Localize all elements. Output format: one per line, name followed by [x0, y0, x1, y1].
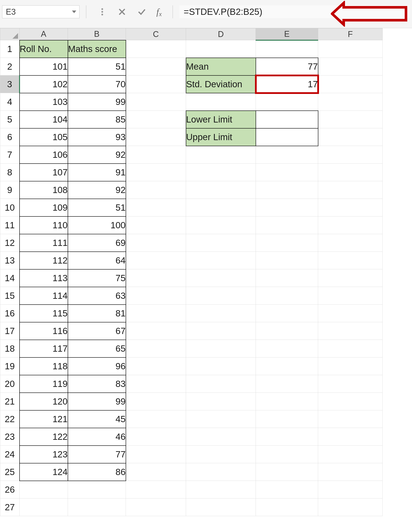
- cell-D25[interactable]: [186, 463, 256, 481]
- cell-C13[interactable]: [126, 252, 186, 269]
- cell-A23[interactable]: 122: [19, 428, 68, 446]
- cell-E9[interactable]: [256, 181, 318, 199]
- row-header-16[interactable]: 16: [0, 304, 19, 322]
- cell-F12[interactable]: [318, 234, 383, 252]
- row-header-4[interactable]: 4: [0, 93, 19, 111]
- cell-E3[interactable]: 17: [256, 76, 318, 93]
- cell-F23[interactable]: [318, 428, 383, 446]
- cell-A22[interactable]: 121: [19, 410, 68, 428]
- row-header-12[interactable]: 12: [0, 234, 19, 252]
- row-header-2[interactable]: 2: [0, 58, 19, 76]
- row-header-19[interactable]: 19: [0, 357, 19, 375]
- cell-F16[interactable]: [318, 304, 383, 322]
- cell-A9[interactable]: 108: [19, 181, 68, 199]
- fx-icon[interactable]: fx: [156, 7, 162, 17]
- cell-A10[interactable]: 109: [19, 199, 68, 217]
- cell-D20[interactable]: [186, 375, 256, 393]
- cell-D2[interactable]: Mean: [186, 58, 256, 76]
- row-header-11[interactable]: 11: [0, 217, 19, 234]
- cell-F5[interactable]: [318, 111, 383, 128]
- cell-E7[interactable]: [256, 146, 318, 164]
- row-header-6[interactable]: 6: [0, 128, 19, 146]
- cell-F7[interactable]: [318, 146, 383, 164]
- cell-A13[interactable]: 112: [19, 252, 68, 269]
- cell-B17[interactable]: 67: [68, 322, 126, 340]
- cell-D10[interactable]: [186, 199, 256, 217]
- cell-E6[interactable]: [256, 128, 318, 146]
- row-header-21[interactable]: 21: [0, 393, 19, 410]
- cell-A25[interactable]: 124: [19, 463, 68, 481]
- cell-A6[interactable]: 105: [19, 128, 68, 146]
- cell-E1[interactable]: [256, 40, 318, 58]
- cell-B24[interactable]: 77: [68, 446, 126, 463]
- cell-C4[interactable]: [126, 93, 186, 111]
- cell-D18[interactable]: [186, 340, 256, 357]
- formula-input[interactable]: =STDEV.P(B2:B25): [179, 5, 410, 18]
- cell-C16[interactable]: [126, 304, 186, 322]
- cell-F20[interactable]: [318, 375, 383, 393]
- cell-C20[interactable]: [126, 375, 186, 393]
- row-header-24[interactable]: 24: [0, 446, 19, 463]
- cell-B12[interactable]: 69: [68, 234, 126, 252]
- cell-B2[interactable]: 51: [68, 58, 126, 76]
- row-header-15[interactable]: 15: [0, 287, 19, 304]
- cell-A2[interactable]: 101: [19, 58, 68, 76]
- cell-A18[interactable]: 117: [19, 340, 68, 357]
- cell-E11[interactable]: [256, 217, 318, 234]
- cell-D26[interactable]: [186, 481, 256, 498]
- cell-C5[interactable]: [126, 111, 186, 128]
- cell-E16[interactable]: [256, 304, 318, 322]
- cell-D21[interactable]: [186, 393, 256, 410]
- cell-E5[interactable]: [256, 111, 318, 128]
- row-header-1[interactable]: 1: [0, 40, 19, 58]
- col-header-D[interactable]: D: [186, 28, 256, 40]
- cell-A14[interactable]: 113: [19, 269, 68, 287]
- cell-C7[interactable]: [126, 146, 186, 164]
- row-header-23[interactable]: 23: [0, 428, 19, 446]
- cell-C6[interactable]: [126, 128, 186, 146]
- col-header-F[interactable]: F: [318, 28, 383, 40]
- cell-C22[interactable]: [126, 410, 186, 428]
- col-header-C[interactable]: C: [126, 28, 186, 40]
- cell-C19[interactable]: [126, 357, 186, 375]
- cell-A19[interactable]: 118: [19, 357, 68, 375]
- cell-E23[interactable]: [256, 428, 318, 446]
- cell-F24[interactable]: [318, 446, 383, 463]
- cell-E17[interactable]: [256, 322, 318, 340]
- cell-F3[interactable]: [318, 76, 383, 93]
- row-header-17[interactable]: 17: [0, 322, 19, 340]
- row-header-13[interactable]: 13: [0, 252, 19, 269]
- cell-A27[interactable]: [19, 498, 68, 516]
- cell-A3[interactable]: 102: [19, 76, 68, 93]
- cell-A21[interactable]: 120: [19, 393, 68, 410]
- cell-D12[interactable]: [186, 234, 256, 252]
- cell-C25[interactable]: [126, 463, 186, 481]
- col-header-B[interactable]: B: [68, 28, 126, 40]
- cell-D14[interactable]: [186, 269, 256, 287]
- cell-E2[interactable]: 77: [256, 58, 318, 76]
- cell-D3[interactable]: Std. Deviation: [186, 76, 256, 93]
- cell-B1[interactable]: Maths score: [68, 40, 126, 58]
- row-header-27[interactable]: 27: [0, 498, 19, 516]
- cell-C26[interactable]: [126, 481, 186, 498]
- cell-B8[interactable]: 91: [68, 164, 126, 181]
- cell-A16[interactable]: 115: [19, 304, 68, 322]
- row-header-26[interactable]: 26: [0, 481, 19, 498]
- cell-A4[interactable]: 103: [19, 93, 68, 111]
- row-header-8[interactable]: 8: [0, 164, 19, 181]
- cell-E26[interactable]: [256, 481, 318, 498]
- cell-F4[interactable]: [318, 93, 383, 111]
- cell-B23[interactable]: 46: [68, 428, 126, 446]
- cell-A11[interactable]: 110: [19, 217, 68, 234]
- cell-C14[interactable]: [126, 269, 186, 287]
- cell-B22[interactable]: 45: [68, 410, 126, 428]
- cell-D7[interactable]: [186, 146, 256, 164]
- row-header-9[interactable]: 9: [0, 181, 19, 199]
- cell-D6[interactable]: Upper Limit: [186, 128, 256, 146]
- cell-D8[interactable]: [186, 164, 256, 181]
- cell-F1[interactable]: [318, 40, 383, 58]
- cell-C9[interactable]: [126, 181, 186, 199]
- cell-F17[interactable]: [318, 322, 383, 340]
- name-box[interactable]: E3: [2, 5, 79, 18]
- cell-B15[interactable]: 63: [68, 287, 126, 304]
